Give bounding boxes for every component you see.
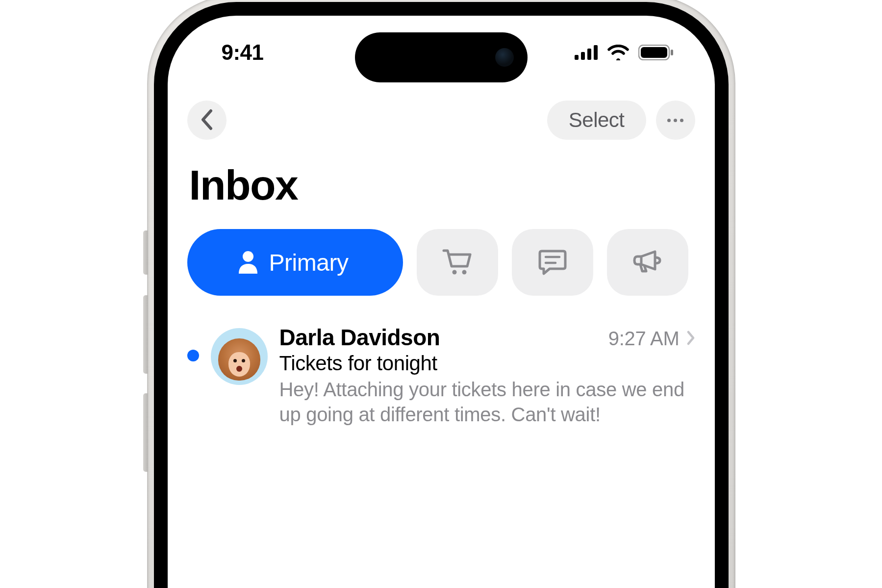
- unread-indicator: [187, 350, 199, 361]
- nav-bar-right: Select: [547, 101, 695, 140]
- status-indicators: [575, 45, 674, 60]
- email-item[interactable]: Darla Davidson 9:27 AM: [187, 320, 695, 431]
- svg-rect-5: [641, 47, 667, 58]
- ellipsis-icon: [674, 119, 677, 122]
- mail-content: Select Inbox: [168, 98, 715, 588]
- phone-frame: 9:41: [147, 0, 735, 588]
- ellipsis-icon: [667, 119, 671, 122]
- message-icon: [538, 248, 567, 277]
- tab-transactions[interactable]: [417, 229, 498, 296]
- tab-primary[interactable]: Primary: [187, 229, 403, 296]
- avatar: [211, 328, 268, 385]
- svg-point-8: [452, 270, 456, 274]
- email-time: 9:27 AM: [608, 328, 680, 350]
- battery-icon: [638, 45, 674, 60]
- phone-screen: 9:41: [168, 16, 715, 588]
- ellipsis-icon: [680, 119, 683, 122]
- email-preview: Hey! Attaching your tickets here in case…: [279, 377, 695, 427]
- cart-icon: [442, 248, 473, 278]
- chevron-left-icon: [200, 109, 214, 132]
- tab-updates[interactable]: [512, 229, 593, 296]
- svg-rect-6: [671, 50, 673, 55]
- email-content: Darla Davidson 9:27 AM: [279, 324, 695, 427]
- cellular-signal-icon: [575, 45, 598, 60]
- nav-bar: Select: [187, 98, 695, 142]
- page-title: Inbox: [189, 161, 695, 209]
- svg-rect-3: [594, 45, 598, 60]
- phone-volume-up-button: [143, 295, 148, 374]
- category-tabs: Primary: [187, 229, 695, 296]
- svg-rect-0: [575, 55, 579, 60]
- tab-promotions[interactable]: [607, 229, 688, 296]
- phone-side-button: [143, 230, 148, 275]
- sender-name: Darla Davidson: [279, 324, 440, 351]
- svg-point-9: [462, 270, 466, 274]
- status-time: 9:41: [222, 40, 264, 65]
- wifi-icon: [607, 45, 630, 60]
- phone-volume-down-button: [143, 393, 148, 472]
- select-button[interactable]: Select: [547, 101, 646, 140]
- email-header-row: Darla Davidson 9:27 AM: [279, 324, 695, 351]
- more-button[interactable]: [656, 101, 695, 140]
- back-button[interactable]: [187, 101, 227, 140]
- phone-bezel: 9:41: [154, 2, 729, 588]
- chevron-right-icon: [686, 331, 695, 347]
- tab-primary-label: Primary: [269, 249, 349, 276]
- svg-rect-2: [587, 49, 591, 60]
- email-meta: 9:27 AM: [608, 328, 695, 350]
- person-icon: [238, 250, 258, 275]
- email-list: Darla Davidson 9:27 AM: [187, 320, 695, 431]
- dynamic-island: [355, 32, 528, 82]
- megaphone-icon: [632, 249, 663, 277]
- email-subject: Tickets for tonight: [279, 352, 695, 375]
- svg-rect-1: [581, 52, 585, 60]
- svg-point-7: [243, 251, 253, 262]
